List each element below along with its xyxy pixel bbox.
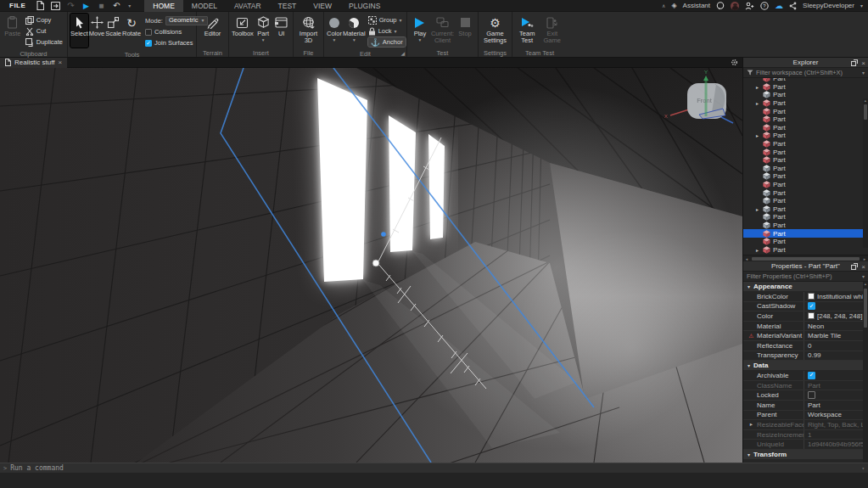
expand-arrow-icon[interactable]: ▸	[754, 84, 760, 90]
current-client-button[interactable]: Current: Client	[431, 14, 454, 48]
tab-home[interactable]: HOME	[144, 0, 183, 12]
collapse-ribbon-icon[interactable]: ∧	[662, 3, 665, 8]
command-bar[interactable]: > Run a command ▾	[0, 463, 868, 473]
undo-icon[interactable]: ↶	[111, 1, 121, 11]
explorer-item-part[interactable]: Part	[743, 148, 868, 156]
move-tool-button[interactable]: Move	[89, 14, 104, 48]
customize-quickbar-icon[interactable]: ▾	[126, 1, 132, 11]
command-bar-expand-icon[interactable]: ▾	[861, 465, 865, 471]
document-tab-realistic-stuff[interactable]: Realistic stuff ×	[0, 58, 67, 68]
part-dropdown-icon[interactable]: ▾	[262, 38, 265, 42]
redo-icon[interactable]: ↷	[65, 1, 76, 11]
property-value[interactable]: 0	[808, 342, 811, 350]
properties-title-bar[interactable]: Properties - Part "Part" ×	[743, 261, 868, 272]
explorer-item-part[interactable]: Part	[743, 165, 868, 173]
property-row-material[interactable]: MaterialNeon	[743, 322, 863, 332]
scale-tool-button[interactable]: Scale	[105, 14, 121, 48]
property-row-reflectance[interactable]: Reflectance0	[743, 341, 863, 351]
explorer-item-part[interactable]: Part	[743, 213, 868, 222]
new-file-icon[interactable]	[35, 1, 45, 11]
explorer-item-part[interactable]: Part	[743, 140, 868, 149]
tab-test[interactable]: TEST	[270, 0, 305, 12]
property-row-resizeablefaces[interactable]: ▸ResizeableFacesRight, Top, Back, Left, …	[743, 420, 863, 430]
property-row-brickcolor[interactable]: BrickColorInstitutional white	[743, 292, 863, 302]
property-value[interactable]: Part	[808, 401, 820, 409]
material-dropdown-icon[interactable]: ▾	[353, 38, 356, 42]
explorer-item-part[interactable]: Part	[743, 188, 868, 197]
quick-play-icon[interactable]: ▶	[81, 1, 91, 11]
property-value[interactable]: [248, 248, 248] (In…	[817, 312, 863, 320]
float-panel-icon[interactable]	[851, 59, 858, 66]
expand-arrow-icon[interactable]: ▸	[754, 247, 760, 253]
scroll-up-icon[interactable]: ▴	[863, 282, 868, 287]
team-test-button[interactable]: Team Test	[515, 14, 540, 48]
explorer-vertical-scrollbar[interactable]: ▴	[863, 98, 868, 248]
chat-icon[interactable]	[716, 2, 725, 10]
explorer-item-part[interactable]: Part	[743, 156, 868, 165]
import-3d-button[interactable]: Import 3D	[296, 14, 321, 48]
property-row-transparency[interactable]: Transparency0.99	[743, 351, 863, 362]
stop-button[interactable]: Stop	[455, 14, 475, 48]
property-value[interactable]: 1d94f40b94b956f507…	[808, 440, 863, 448]
property-row-locked[interactable]: Locked	[743, 390, 863, 401]
explorer-item-part[interactable]: Part	[743, 107, 868, 115]
lock-button[interactable]: Lock ▾	[368, 26, 406, 36]
scroll-up-icon[interactable]: ▴	[863, 98, 868, 104]
scrollbar-thumb[interactable]	[864, 289, 867, 328]
float-panel-icon[interactable]	[851, 263, 858, 270]
viewport-settings-gear-icon[interactable]	[731, 59, 738, 66]
property-value[interactable]: Marble Tile	[808, 332, 841, 339]
explorer-item-part[interactable]: ▸Part	[743, 83, 868, 92]
paste-button[interactable]: Paste	[3, 14, 23, 48]
collisions-checkbox[interactable]	[145, 29, 152, 36]
tab-model[interactable]: MODEL	[183, 0, 226, 12]
property-value[interactable]: Institutional white	[817, 293, 863, 300]
play-button[interactable]: Play ▾	[410, 14, 430, 48]
join-surfaces-checkbox[interactable]: ✓	[145, 40, 152, 47]
game-settings-button[interactable]: ⚙ Game Settings	[483, 14, 508, 48]
tab-plugins[interactable]: PLUGINS	[340, 0, 389, 12]
ui-button[interactable]: UI	[272, 14, 290, 48]
tab-view[interactable]: VIEW	[305, 0, 340, 12]
explorer-item-part[interactable]: Part	[743, 222, 868, 230]
property-row-name[interactable]: NamePart	[743, 401, 863, 411]
explorer-horizontal-scrollbar[interactable]: ◂ ▸	[743, 255, 868, 261]
property-value[interactable]: Workspace	[808, 411, 842, 418]
duplicate-button[interactable]: Duplicate	[25, 37, 63, 47]
explorer-item-part[interactable]: Part	[743, 124, 868, 132]
tab-avatar[interactable]: AVATAR	[226, 0, 270, 12]
expand-arrow-icon[interactable]: ▸	[754, 100, 760, 106]
properties-section-appearance[interactable]: ▾Appearance	[743, 282, 863, 292]
properties-filter-input[interactable]: Filter Properties (Ctrl+Shift+P) ▾	[743, 272, 868, 282]
properties-section-data[interactable]: ▾Data	[743, 361, 863, 371]
explorer-title-bar[interactable]: Explorer ×	[743, 58, 868, 68]
copy-button[interactable]: Copy	[25, 15, 63, 25]
user-menu-dropdown-icon[interactable]: ▾	[860, 3, 863, 8]
close-panel-icon[interactable]: ×	[861, 263, 865, 271]
property-row-resizeincrement[interactable]: ResizeIncrement1	[743, 430, 863, 440]
scrollbar-thumb[interactable]	[752, 257, 860, 261]
explorer-item-part[interactable]: Part	[743, 238, 868, 246]
group-dropdown-icon[interactable]: ▾	[399, 17, 401, 23]
property-row-archivable[interactable]: Archivable✓	[743, 371, 863, 381]
insert-part-button[interactable]: Part ▾	[255, 14, 272, 48]
exit-game-button[interactable]: Exit Game	[540, 14, 565, 48]
expand-arrow-icon[interactable]: ▸	[754, 132, 760, 138]
group-button[interactable]: Group ▾	[368, 15, 406, 25]
scroll-left-icon[interactable]: ◂	[743, 256, 750, 261]
property-row-color[interactable]: Color[248, 248, 248] (In…	[743, 311, 863, 322]
explorer-item-part[interactable]: ▸Part	[743, 132, 868, 140]
file-menu-button[interactable]: FILE	[5, 2, 30, 9]
cloud-sync-icon[interactable]: ☁	[775, 1, 783, 10]
edit-group-expander-icon[interactable]: ◢	[400, 50, 405, 56]
scroll-right-icon[interactable]: ▸	[861, 256, 868, 261]
viewport-3d-scene[interactable]: Front Y X	[0, 68, 742, 463]
add-collaborator-icon[interactable]	[745, 2, 754, 10]
assistant-button[interactable]: Assistant	[683, 2, 710, 9]
explorer-item-part[interactable]: ▸Part	[743, 245, 868, 254]
share-icon[interactable]	[789, 2, 797, 10]
color-button[interactable]: Color ▾	[327, 14, 342, 48]
username-label[interactable]: SleepyDeveloper	[803, 2, 854, 9]
filter-dropdown-icon[interactable]: ▾	[862, 273, 865, 279]
play-dropdown-icon[interactable]: ▾	[419, 38, 422, 42]
